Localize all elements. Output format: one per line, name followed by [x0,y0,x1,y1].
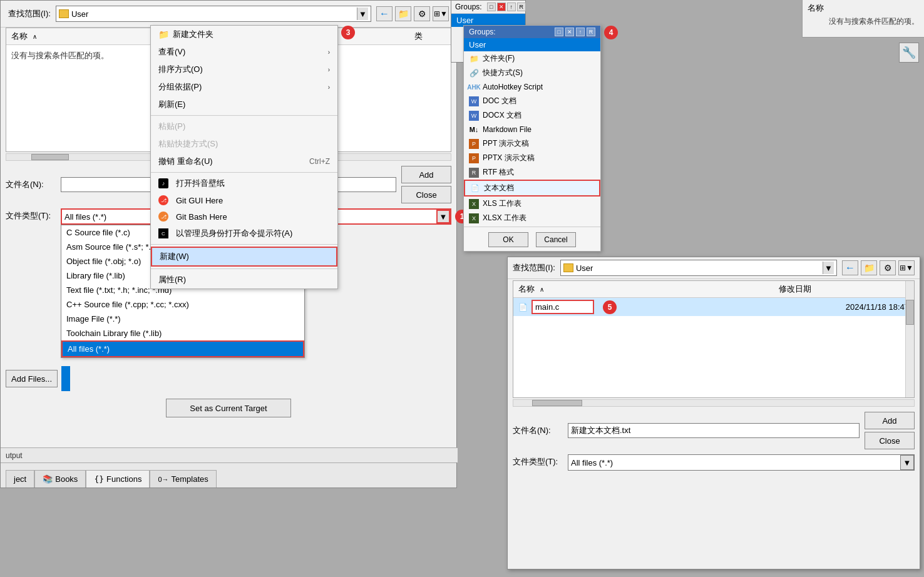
menu-item-ppt-label: PPT 演示文稿 [483,138,529,149]
rcm-sort[interactable]: 排序方式(O) › [151,61,337,78]
menu-item-shortcut[interactable]: 🔗 快捷方式(S) [464,66,600,80]
scope-combo[interactable]: User ▼ [56,6,371,22]
right-file-row[interactable]: 📄 5 2024/11/18 18:47 [513,298,914,316]
back-icon[interactable]: ← [376,6,393,21]
menu-item-ahk[interactable]: AHK AutoHotkey Script [464,80,600,94]
rcm-tiktok[interactable]: ♪ 打开抖音壁纸 [151,175,337,192]
combo-dropdown-arrow[interactable]: ▼ [357,8,368,20]
ahk-icon: AHK [469,82,479,92]
dropdown-item-5[interactable]: C++ Source file (*.cpp; *.cc; *.cxx) [61,297,304,312]
menu-item-doc[interactable]: W DOC 文档 [464,94,600,108]
right-back-icon[interactable]: ← [842,260,858,275]
sort-arrow[interactable]: ∧ [33,33,37,40]
add-files-button[interactable]: Add Files... [6,370,58,387]
rcm-view[interactable]: 查看(V) › [151,43,337,61]
menu-item-txt-label: 文本文档 [484,183,514,193]
ok-button[interactable]: OK [488,232,528,247]
menu-item-pptx[interactable]: P PPTX 演示文稿 [464,151,600,165]
groups-up-icon[interactable]: ↑ [507,3,516,11]
tab-project[interactable]: ject [6,470,34,488]
action-buttons: Add Close [401,166,451,203]
functions-icon: {} [94,474,104,484]
tab-project-label: ject [14,474,26,484]
books-icon: 📚 [43,474,53,484]
right-new-folder-icon[interactable]: 📁 [861,260,877,275]
right-filetype-label: 文件类型(T): [513,454,563,467]
menu-item-docx[interactable]: W DOCX 文档 [464,108,600,123]
right-filetype-combo[interactable]: All files (*.*) ▼ [568,454,915,471]
scrollbar-thumb[interactable] [31,154,69,160]
groups-icon-1[interactable]: □ [487,3,496,11]
new-folder-icon[interactable]: 📁 [395,6,411,21]
dropdown-item-7[interactable]: Toolchain Library file (*.lib) [61,326,304,340]
txt-icon: 📄 [470,183,480,193]
right-scrollbar-thumb[interactable] [532,400,582,406]
wrench-button[interactable]: 🔧 [899,43,919,63]
rcm-paste-shortcut-label: 粘贴快捷方式(S) [158,138,218,150]
dropdown-item-6[interactable]: Image File (*.*) [61,312,304,326]
right-scope-combo[interactable]: User ▼ [560,260,837,276]
menu-header-icon-1[interactable]: □ [555,28,563,36]
right-filename-editable[interactable] [531,300,594,314]
right-filename-input[interactable] [568,423,860,438]
filetype-dropdown-btn[interactable]: ▼ [436,210,450,223]
rcm-git-gui[interactable]: ⎇ Git GUI Here [151,192,337,208]
rcm-new[interactable]: 新建(W) 3 [151,247,337,267]
right-toolbar-icons: ← 📁 ⚙ ⊞▼ [842,260,915,275]
menu-selected-user[interactable]: User [464,38,600,51]
rcm-git-bash[interactable]: ⎇ Git Bash Here [151,208,337,225]
rcm-refresh[interactable]: 刷新(E) [151,96,337,113]
rcm-properties[interactable]: 属性(R) [151,271,337,288]
right-add-button[interactable]: Add [865,412,915,429]
tab-functions[interactable]: {} Functions [86,470,150,488]
menu-header-icon-close[interactable]: ✕ [565,28,574,36]
cancel-button[interactable]: Cancel [536,232,576,247]
ok-cancel-row: OK Cancel [464,228,600,251]
add-button[interactable]: Add [401,166,451,183]
settings-icon[interactable]: ⚙ [414,6,430,21]
rcm-new-folder[interactable]: 📁 新建文件夹 [151,26,337,43]
dropdown-item-8[interactable]: All files (*.*) 2 [61,340,304,357]
rcm-group[interactable]: 分组依据(P) › [151,78,337,96]
menu-header-icon-up[interactable]: ↑ [576,28,585,36]
add-files-section: Add Files... [1,364,456,394]
right-file-header: 名称 ∧ 修改日期 [513,281,914,298]
groups-close-icon[interactable]: ✕ [497,3,506,11]
close-button[interactable]: Close [401,186,451,203]
menu-item-folder[interactable]: 📁 文件夹(F) [464,51,600,66]
scope-combo-box[interactable]: User ▼ [56,6,371,22]
right-sort-arrow: ∧ [540,286,544,293]
menu-item-ppt[interactable]: P PPT 演示文稿 [464,136,600,151]
right-close-button[interactable]: Close [865,432,915,449]
right-settings-icon[interactable]: ⚙ [880,260,896,275]
right-combo-box[interactable]: User ▼ [560,260,837,276]
tab-books[interactable]: 📚 Books [34,470,86,488]
right-vert-scrollbar[interactable] [905,281,914,397]
filetype-label: 文件类型(T): [6,208,56,222]
rcm-paste-shortcut[interactable]: 粘贴快捷方式(S) [151,135,337,153]
tab-templates[interactable]: 0→ Templates [150,470,216,488]
groups-title: Groups: [455,3,482,11]
menu-item-xls[interactable]: X XLS 工作表 [464,197,600,211]
right-combo-arrow[interactable]: ▼ [823,262,834,274]
menu-header-icon-r[interactable]: R [587,28,595,36]
bottom-tabs: ject 📚 Books {} Functions 0→ Templates [1,462,456,488]
right-horiz-scrollbar[interactable] [513,399,915,407]
rcm-cmd-admin[interactable]: C 以管理员身份打开命令提示符(A) [151,225,337,242]
menu-item-rtf[interactable]: R RTF 格式 [464,165,600,180]
right-filetype-dropdown-btn[interactable]: ▼ [900,455,914,470]
right-scroll-thumb[interactable] [906,300,914,325]
rcm-undo[interactable]: 撤销 重命名(U) Ctrl+Z [151,153,337,170]
set-target-button[interactable]: Set as Current Target [166,399,291,417]
menu-item-pptx-label: PPTX 演示文稿 [483,153,535,163]
menu-item-txt[interactable]: 📄 文本文档 4 [464,180,600,197]
rcm-paste[interactable]: 粘贴(P) [151,118,337,135]
menu-item-markdown[interactable]: M↓ Markdown File [464,123,600,136]
groups-down-icon[interactable]: R [517,3,526,11]
rcm-view-label: 查看(V) [158,46,185,58]
right-view-icon[interactable]: ⊞▼ [898,260,915,275]
right-filetype-main[interactable]: All files (*.*) ▼ [568,454,915,471]
view-icon[interactable]: ⊞▼ [433,6,449,21]
right-file-date: 2024/11/18 18:47 [846,302,909,312]
menu-item-xlsx[interactable]: X XLSX 工作表 [464,211,600,225]
